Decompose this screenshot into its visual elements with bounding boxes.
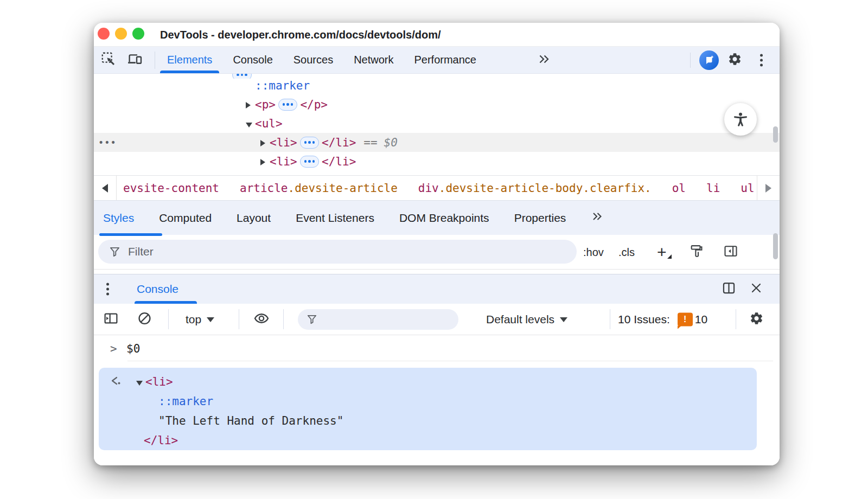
right-triangle-icon <box>765 184 771 193</box>
main-menu-kebab-icon[interactable] <box>760 54 763 66</box>
tab-styles[interactable]: Styles <box>103 212 134 225</box>
dom-row-marker-pseudo[interactable]: ::marker <box>94 76 780 95</box>
more-tabs-chevron-icon[interactable] <box>591 210 604 226</box>
result-line-pseudo[interactable]: ::marker <box>99 392 757 411</box>
console-settings-gear-icon[interactable] <box>749 311 764 328</box>
toolbar-divider <box>155 52 155 69</box>
breadcrumb-forward-button[interactable] <box>757 176 780 200</box>
breadcrumb-item[interactable]: article.devsite-article <box>238 180 400 196</box>
close-tag[interactable]: </p> <box>300 98 328 111</box>
ellipsis-expand-icon[interactable] <box>300 137 320 149</box>
open-tag[interactable]: <li> <box>270 136 297 149</box>
dom-tree: ::marker <p> </p> <ul> ••• <li> </li> ==… <box>94 76 780 171</box>
console-result-highlighted[interactable]: <li> ::marker "The Left Hand of Darkness… <box>99 368 757 450</box>
close-window-button[interactable] <box>98 28 110 40</box>
device-toolbar-icon[interactable] <box>126 51 143 69</box>
toolbar-divider <box>168 309 169 329</box>
tab-sources[interactable]: Sources <box>293 47 333 73</box>
drawer-tab-label: Console <box>137 283 178 296</box>
minimize-window-button[interactable] <box>115 28 127 40</box>
console-filter-input[interactable] <box>324 314 433 326</box>
breadcrumb-item[interactable]: li <box>704 180 722 196</box>
pseudo-element-label[interactable]: ::marker <box>255 79 310 92</box>
drawer-menu-kebab-icon[interactable] <box>106 283 109 296</box>
more-tabs-chevron-icon[interactable] <box>537 52 551 68</box>
breadcrumb-item[interactable]: evsite-content <box>121 180 221 196</box>
dom-row-ul[interactable]: <ul> <box>94 114 780 133</box>
ai-assistance-button[interactable] <box>699 50 719 70</box>
row-overflow-dots-icon[interactable]: ••• <box>98 137 117 148</box>
issue-warning-badge-icon: ! <box>678 312 693 326</box>
styles-scrollbar-thumb[interactable] <box>773 233 778 259</box>
chevron-down-icon <box>207 317 214 322</box>
tab-event-listeners[interactable]: Event Listeners <box>296 212 374 225</box>
tab-console[interactable]: Console <box>233 47 272 73</box>
console-drawer-header: Console <box>94 274 780 304</box>
tab-dom-breakpoints[interactable]: DOM Breakpoints <box>399 212 489 225</box>
left-triangle-icon <box>102 184 108 193</box>
live-expression-eye-icon[interactable] <box>253 310 270 329</box>
clear-console-icon[interactable] <box>137 310 152 328</box>
close-tag[interactable]: </li> <box>322 155 356 168</box>
breadcrumb-item[interactable]: ul <box>738 180 756 196</box>
log-levels-dropdown[interactable]: Default levels <box>486 313 567 326</box>
main-toolbar: Elements Console Sources Network Perform… <box>94 47 780 74</box>
expand-arrow-icon[interactable] <box>260 155 270 168</box>
dom-row-p[interactable]: <p> </p> <box>94 95 780 114</box>
paint-format-icon[interactable] <box>689 244 704 261</box>
open-tag[interactable]: <li> <box>270 155 297 168</box>
tab-elements[interactable]: Elements <box>167 47 212 73</box>
result-line-text[interactable]: "The Left Hand of Darkness" <box>99 411 757 431</box>
console-command-row[interactable]: > $0 <box>94 339 780 361</box>
open-tag[interactable]: <p> <box>255 98 276 111</box>
ellipsis-expand-icon[interactable] <box>278 99 298 111</box>
accessibility-person-button[interactable] <box>724 103 757 136</box>
drawer-tab-console[interactable]: Console <box>137 274 178 304</box>
tab-performance[interactable]: Performance <box>414 47 477 73</box>
tab-network[interactable]: Network <box>354 47 393 73</box>
dom-row-li[interactable]: <li> </li> <box>94 152 780 171</box>
breadcrumb-back-button[interactable] <box>94 176 117 200</box>
toggle-sidebar-panel-icon[interactable] <box>723 244 738 261</box>
result-line-close-tag[interactable]: </li> <box>99 431 757 450</box>
toggle-class-button[interactable]: .cls <box>618 246 635 258</box>
dom-row-li-selected[interactable]: ••• <li> </li> == $0 <box>94 133 780 152</box>
inspect-element-icon[interactable] <box>100 51 117 69</box>
collapse-arrow-icon[interactable] <box>246 117 255 130</box>
open-tag[interactable]: <ul> <box>255 117 283 130</box>
expand-arrow-icon[interactable] <box>260 136 270 149</box>
elements-scrollbar-thumb[interactable] <box>773 126 778 143</box>
split-panel-icon[interactable] <box>722 281 736 298</box>
breadcrumb-item[interactable]: div.devsite-article-body.clearfix. <box>416 180 654 196</box>
result-line-open-tag[interactable]: <li> <box>99 372 757 392</box>
toolbar-divider <box>239 309 239 329</box>
funnel-filter-icon <box>307 314 317 325</box>
tab-computed[interactable]: Computed <box>159 212 212 225</box>
styles-filter-input[interactable] <box>128 245 455 258</box>
ellipsis-expand-icon[interactable] <box>300 156 320 168</box>
settings-gear-icon[interactable] <box>727 52 742 68</box>
console-sidebar-icon[interactable] <box>103 310 119 328</box>
close-tag[interactable]: </li> <box>322 136 356 149</box>
title-bar: DevTools - developer.chrome.com/docs/dev… <box>94 23 780 47</box>
open-tag: <li> <box>145 375 173 388</box>
issues-counter[interactable]: 10 Issues: ! 10 <box>618 312 707 326</box>
toolbar-divider <box>283 309 284 329</box>
elements-dom-tree-panel: ::marker <p> </p> <ul> ••• <li> </li> ==… <box>94 74 780 175</box>
new-style-rule-button[interactable]: + <box>657 247 667 258</box>
breadcrumb-item[interactable]: ol <box>670 180 688 196</box>
styles-filter-field[interactable] <box>98 240 577 264</box>
collapse-arrow-icon[interactable] <box>136 375 145 388</box>
pane-gap <box>94 270 780 274</box>
toggle-hover-state-button[interactable]: :hov <box>583 246 604 258</box>
console-filter-field[interactable] <box>298 309 458 330</box>
toolbar-divider <box>610 309 610 329</box>
maximize-window-button[interactable] <box>132 28 144 40</box>
chevron-down-icon <box>560 317 567 322</box>
expand-arrow-icon[interactable] <box>246 98 255 111</box>
context-selector-dropdown[interactable]: top <box>186 313 214 326</box>
devtools-window: DevTools - developer.chrome.com/docs/dev… <box>94 23 780 465</box>
tab-properties[interactable]: Properties <box>514 212 566 225</box>
close-drawer-icon[interactable] <box>750 282 763 297</box>
tab-layout[interactable]: Layout <box>237 212 271 225</box>
